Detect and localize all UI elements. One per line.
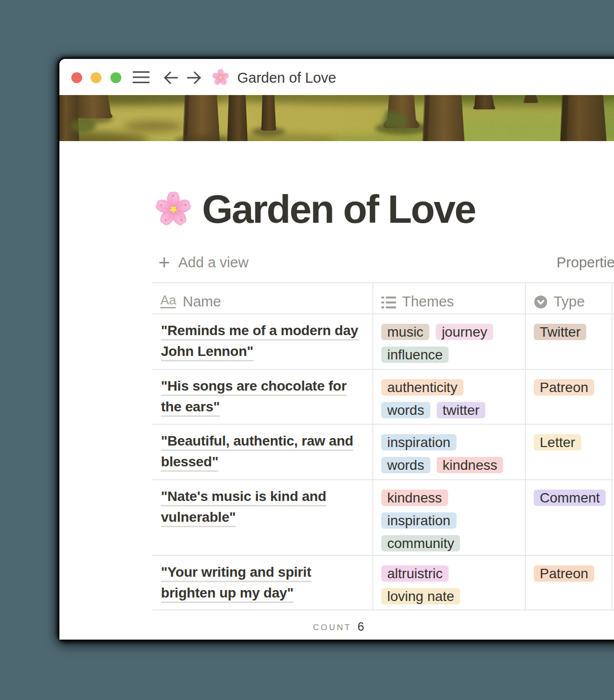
svg-text:Aa: Aa: [160, 294, 176, 307]
